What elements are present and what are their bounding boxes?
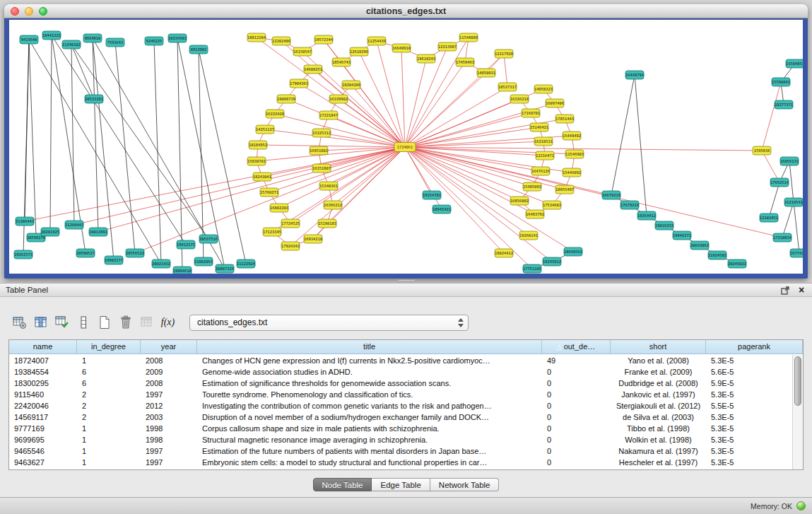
graph-node[interactable]: 16679219 — [602, 191, 620, 199]
column-header-name[interactable]: name — [9, 340, 77, 354]
function-builder-button[interactable]: f(x) — [158, 313, 177, 332]
table-row[interactable]: 946554611997Estimation of the future num… — [9, 445, 792, 457]
graph-node[interactable]: 12217928 — [495, 49, 513, 58]
tab-node-table[interactable]: Node Table — [313, 478, 372, 491]
graph-node[interactable]: 19260141 — [519, 231, 538, 240]
graph-node[interactable]: 16339902 — [329, 95, 348, 103]
graph-node[interactable]: 21268443 — [65, 221, 83, 229]
graph-node[interactable]: 17724525 — [281, 219, 300, 228]
table-row[interactable]: 1938455462009Genome-wide association stu… — [9, 366, 792, 378]
minimize-window-button[interactable] — [25, 7, 33, 16]
graph-node[interactable]: 8824810 — [83, 34, 102, 42]
graph-node[interactable]: 16056133 — [780, 157, 799, 165]
graph-node[interactable]: 21802063 — [194, 257, 213, 266]
graph-node[interactable]: 11254439 — [367, 37, 386, 45]
graph-node[interactable]: 20533281 — [85, 95, 103, 103]
column-header-pagerank[interactable]: pagerank — [706, 340, 803, 354]
table-row[interactable]: 1830029562008Estimation of significance … — [9, 378, 792, 389]
graph-node[interactable]: 17210034 — [773, 233, 792, 242]
graph-node[interactable]: 16856002 — [510, 197, 529, 205]
table-row[interactable]: 2242004622012Investigating the contribut… — [9, 400, 792, 411]
graph-node[interactable]: 19245012 — [543, 257, 561, 266]
graph-node[interactable]: 12216471 — [536, 151, 554, 160]
graph-node[interactable]: 19412175 — [177, 240, 195, 249]
graph-node[interactable]: 18277371 — [775, 100, 793, 109]
delete-table-button[interactable] — [116, 313, 135, 332]
zoom-window-button[interactable] — [39, 7, 47, 16]
graph-node[interactable]: 17534603 — [543, 201, 561, 209]
graph-node[interactable]: 15590841 — [772, 78, 790, 86]
graph-node[interactable]: 17459463 — [456, 58, 474, 66]
tab-network-table[interactable]: Network Table — [430, 478, 500, 491]
graph-node[interactable]: 16151807 — [312, 164, 331, 173]
table-row[interactable]: 977716911998Corpus callosum shape and si… — [9, 423, 792, 434]
graph-node[interactable]: 16802203 — [270, 204, 288, 212]
graph-node[interactable]: 16097406 — [546, 99, 564, 107]
graph-node[interactable]: 15760271 — [260, 188, 278, 197]
graph-node[interactable]: 17751105 — [523, 264, 541, 273]
graph-node[interactable]: 15446092 — [563, 168, 581, 177]
graph-node[interactable]: 12202486 — [272, 37, 290, 45]
graph-node[interactable]: 16476126 — [531, 167, 550, 175]
graph-node[interactable]: 15190183 — [318, 219, 336, 228]
edit-columns-button[interactable] — [52, 313, 71, 332]
graph-node[interactable]: 20590527 — [76, 249, 95, 257]
graph-node[interactable]: 11548088 — [459, 33, 478, 42]
graph-node[interactable]: 16326218 — [510, 95, 529, 103]
graph-node[interactable]: 14251127 — [256, 125, 274, 134]
graph-node[interactable]: 17123345 — [263, 228, 281, 236]
graph-node[interactable]: 14600251 — [304, 65, 322, 74]
graph-node[interactable]: 17851443 — [555, 115, 574, 123]
new-table-button[interactable] — [95, 313, 114, 332]
graph-node[interactable]: 18546743 — [332, 58, 351, 66]
graph-node[interactable]: 20556522 — [126, 249, 144, 257]
graph-node[interactable]: 19013891 — [89, 228, 107, 236]
graph-node[interactable]: 20021432 — [152, 259, 170, 268]
show-columns-button[interactable] — [31, 313, 50, 332]
graph-node[interactable]: 21924502 — [708, 251, 726, 259]
graph-node[interactable]: 14850323 — [534, 85, 553, 93]
graph-node[interactable]: 20807224 — [216, 264, 234, 273]
graph-node[interactable]: 21122924 — [237, 259, 255, 268]
graph-node[interactable]: 16934210 — [304, 235, 322, 243]
table-row[interactable]: 969969511998Structural magnetic resonanc… — [9, 434, 792, 445]
graph-node[interactable]: 16210531 — [534, 137, 553, 146]
graph-node[interactable]: 9415640 — [20, 35, 38, 44]
graph-node[interactable]: 16150547 — [293, 47, 312, 56]
graph-node[interactable]: 16774103 — [790, 249, 803, 257]
graph-node[interactable]: 20537516 — [199, 235, 218, 243]
table-mode-button[interactable] — [10, 313, 29, 332]
graph-node[interactable]: 16366212 — [324, 201, 342, 209]
table-source-select[interactable]: citations_edges.txt — [189, 315, 469, 331]
column-header-in_degree[interactable]: in_degree — [77, 340, 141, 354]
graph-node[interactable]: 17984363 — [290, 79, 308, 88]
graph-node[interactable]: 18184952 — [249, 141, 267, 149]
close-window-button[interactable] — [11, 7, 19, 16]
graph-hub-node[interactable]: 1724061 — [394, 143, 416, 152]
graph-node[interactable]: 12103451 — [760, 214, 778, 222]
graph-node[interactable]: 15504851 — [786, 59, 803, 68]
graph-node[interactable]: 15449492 — [563, 132, 581, 140]
graph-node[interactable]: 19154783 — [423, 191, 441, 199]
graph-node[interactable]: 17160701 — [522, 109, 540, 117]
graph-node[interactable]: 19884610 — [173, 267, 192, 274]
graph-node[interactable]: 12213987 — [438, 42, 457, 51]
graph-node[interactable]: 15340361 — [319, 182, 338, 190]
graph-node[interactable]: 15325312 — [312, 129, 331, 137]
graph-node[interactable]: 20643062 — [690, 241, 709, 250]
graph-node[interactable]: 21306443 — [16, 217, 34, 226]
graph-node[interactable]: 11546903 — [565, 150, 584, 158]
graph-node[interactable]: 18204209 — [342, 81, 360, 89]
vertical-scrollbar[interactable] — [792, 355, 803, 469]
graph-node[interactable]: 18955497 — [555, 185, 574, 194]
graph-node[interactable]: 17679219 — [620, 201, 639, 209]
graph-node[interactable]: 15146421 — [530, 123, 548, 132]
graph-node[interactable]: 19262573 — [14, 250, 33, 259]
graph-node[interactable]: 19016233 — [655, 221, 673, 230]
graph-node[interactable]: 17662514 — [770, 178, 789, 187]
graph-node[interactable]: 19088739 — [277, 95, 295, 103]
close-panel-button[interactable]: × — [796, 285, 806, 295]
graph-node[interactable]: 18660562 — [564, 247, 582, 256]
table-row[interactable]: 911546021997Tourette syndrome. Phenomeno… — [9, 389, 792, 400]
graph-node[interactable]: 20201925 — [41, 228, 59, 236]
